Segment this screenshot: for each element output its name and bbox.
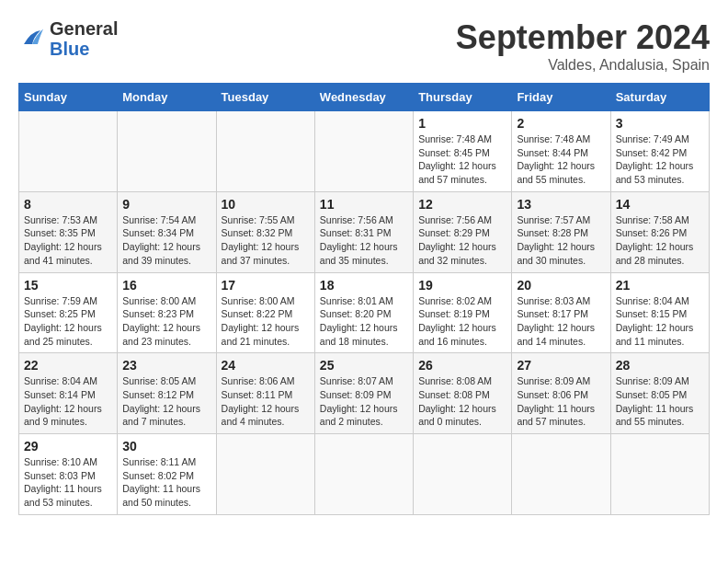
day-info: Sunrise: 7:48 AMSunset: 8:44 PMDaylight:… bbox=[517, 133, 595, 185]
day-info: Sunrise: 7:54 AMSunset: 8:34 PMDaylight:… bbox=[122, 214, 200, 266]
day-info: Sunrise: 8:00 AMSunset: 8:22 PMDaylight:… bbox=[222, 295, 300, 347]
day-info: Sunrise: 7:55 AMSunset: 8:32 PMDaylight:… bbox=[222, 214, 300, 266]
calendar-table: SundayMondayTuesdayWednesdayThursdayFrid… bbox=[18, 83, 710, 515]
day-info: Sunrise: 8:04 AMSunset: 8:14 PMDaylight:… bbox=[24, 375, 102, 427]
empty-cell bbox=[512, 434, 610, 515]
calendar-day-cell: 16 Sunrise: 8:00 AMSunset: 8:23 PMDaylig… bbox=[118, 272, 216, 353]
calendar-day-cell: 14 Sunrise: 7:58 AMSunset: 8:26 PMDaylig… bbox=[610, 191, 709, 272]
calendar-day-cell: 30 Sunrise: 8:11 AMSunset: 8:02 PMDaylig… bbox=[118, 434, 216, 515]
logo-icon bbox=[18, 25, 46, 52]
calendar-day-cell: 2 Sunrise: 7:48 AMSunset: 8:44 PMDayligh… bbox=[512, 111, 610, 192]
calendar-day-cell: 24 Sunrise: 8:06 AMSunset: 8:11 PMDaylig… bbox=[216, 353, 314, 434]
empty-cell bbox=[118, 111, 216, 192]
column-header-sunday: Sunday bbox=[19, 84, 118, 111]
empty-cell bbox=[19, 111, 118, 192]
day-number: 21 bbox=[616, 278, 704, 293]
calendar-day-cell: 17 Sunrise: 8:00 AMSunset: 8:22 PMDaylig… bbox=[216, 272, 314, 353]
day-info: Sunrise: 8:08 AMSunset: 8:08 PMDaylight:… bbox=[418, 375, 496, 427]
day-info: Sunrise: 8:05 AMSunset: 8:12 PMDaylight:… bbox=[122, 375, 200, 427]
day-info: Sunrise: 8:10 AMSunset: 8:03 PMDaylight:… bbox=[24, 456, 102, 508]
calendar-week-row: 29 Sunrise: 8:10 AMSunset: 8:03 PMDaylig… bbox=[19, 434, 710, 515]
day-number: 3 bbox=[616, 116, 704, 131]
day-number: 22 bbox=[24, 358, 112, 373]
month-title: September 2024 bbox=[456, 18, 710, 57]
day-info: Sunrise: 7:53 AMSunset: 8:35 PMDaylight:… bbox=[24, 214, 102, 266]
day-info: Sunrise: 8:01 AMSunset: 8:20 PMDaylight:… bbox=[320, 295, 398, 347]
logo: General Blue bbox=[18, 18, 118, 59]
column-header-tuesday: Tuesday bbox=[216, 84, 314, 111]
calendar-week-row: 22 Sunrise: 8:04 AMSunset: 8:14 PMDaylig… bbox=[19, 353, 710, 434]
day-info: Sunrise: 8:09 AMSunset: 8:05 PMDaylight:… bbox=[616, 375, 694, 427]
day-info: Sunrise: 8:03 AMSunset: 8:17 PMDaylight:… bbox=[517, 295, 595, 347]
day-number: 14 bbox=[616, 197, 704, 212]
day-number: 18 bbox=[320, 278, 408, 293]
calendar-day-cell: 20 Sunrise: 8:03 AMSunset: 8:17 PMDaylig… bbox=[512, 272, 610, 353]
calendar-header-row: SundayMondayTuesdayWednesdayThursdayFrid… bbox=[19, 84, 710, 111]
title-area: September 2024 Valdes, Andalusia, Spain bbox=[456, 18, 710, 74]
calendar-day-cell: 18 Sunrise: 8:01 AMSunset: 8:20 PMDaylig… bbox=[314, 272, 413, 353]
day-info: Sunrise: 8:02 AMSunset: 8:19 PMDaylight:… bbox=[418, 295, 496, 347]
day-number: 27 bbox=[517, 358, 605, 373]
calendar-week-row: 8 Sunrise: 7:53 AMSunset: 8:35 PMDayligh… bbox=[19, 191, 710, 272]
column-header-friday: Friday bbox=[512, 84, 610, 111]
logo-text: General Blue bbox=[50, 18, 118, 59]
day-info: Sunrise: 7:59 AMSunset: 8:25 PMDaylight:… bbox=[24, 295, 102, 347]
day-number: 23 bbox=[122, 358, 210, 373]
day-number: 2 bbox=[517, 116, 605, 131]
day-info: Sunrise: 7:48 AMSunset: 8:45 PMDaylight:… bbox=[418, 133, 496, 185]
day-number: 17 bbox=[222, 278, 310, 293]
calendar-week-row: 15 Sunrise: 7:59 AMSunset: 8:25 PMDaylig… bbox=[19, 272, 710, 353]
calendar-day-cell: 10 Sunrise: 7:55 AMSunset: 8:32 PMDaylig… bbox=[216, 191, 314, 272]
header: General Blue September 2024 Valdes, Anda… bbox=[18, 18, 710, 74]
day-number: 13 bbox=[517, 197, 605, 212]
calendar-day-cell: 11 Sunrise: 7:56 AMSunset: 8:31 PMDaylig… bbox=[314, 191, 413, 272]
day-number: 11 bbox=[320, 197, 408, 212]
calendar-day-cell: 29 Sunrise: 8:10 AMSunset: 8:03 PMDaylig… bbox=[19, 434, 118, 515]
day-info: Sunrise: 8:00 AMSunset: 8:23 PMDaylight:… bbox=[122, 295, 200, 347]
day-number: 19 bbox=[418, 278, 506, 293]
day-info: Sunrise: 7:56 AMSunset: 8:29 PMDaylight:… bbox=[418, 214, 496, 266]
calendar-day-cell: 9 Sunrise: 7:54 AMSunset: 8:34 PMDayligh… bbox=[118, 191, 216, 272]
calendar-day-cell: 8 Sunrise: 7:53 AMSunset: 8:35 PMDayligh… bbox=[19, 191, 118, 272]
day-number: 16 bbox=[122, 278, 210, 293]
calendar-day-cell: 22 Sunrise: 8:04 AMSunset: 8:14 PMDaylig… bbox=[19, 353, 118, 434]
calendar-day-cell: 15 Sunrise: 7:59 AMSunset: 8:25 PMDaylig… bbox=[19, 272, 118, 353]
empty-cell bbox=[216, 434, 314, 515]
calendar-day-cell: 12 Sunrise: 7:56 AMSunset: 8:29 PMDaylig… bbox=[414, 191, 512, 272]
day-info: Sunrise: 7:49 AMSunset: 8:42 PMDaylight:… bbox=[616, 133, 694, 185]
day-info: Sunrise: 8:04 AMSunset: 8:15 PMDaylight:… bbox=[616, 295, 694, 347]
calendar-day-cell: 19 Sunrise: 8:02 AMSunset: 8:19 PMDaylig… bbox=[414, 272, 512, 353]
day-info: Sunrise: 7:58 AMSunset: 8:26 PMDaylight:… bbox=[616, 214, 694, 266]
empty-cell bbox=[314, 434, 413, 515]
day-number: 26 bbox=[418, 358, 506, 373]
location-subtitle: Valdes, Andalusia, Spain bbox=[456, 57, 710, 74]
day-number: 12 bbox=[418, 197, 506, 212]
day-number: 9 bbox=[122, 197, 210, 212]
column-header-saturday: Saturday bbox=[610, 84, 709, 111]
calendar-day-cell: 23 Sunrise: 8:05 AMSunset: 8:12 PMDaylig… bbox=[118, 353, 216, 434]
day-number: 25 bbox=[320, 358, 408, 373]
calendar-day-cell: 25 Sunrise: 8:07 AMSunset: 8:09 PMDaylig… bbox=[314, 353, 413, 434]
calendar-day-cell: 28 Sunrise: 8:09 AMSunset: 8:05 PMDaylig… bbox=[610, 353, 709, 434]
day-number: 28 bbox=[616, 358, 704, 373]
calendar-day-cell: 1 Sunrise: 7:48 AMSunset: 8:45 PMDayligh… bbox=[414, 111, 512, 192]
calendar-day-cell: 3 Sunrise: 7:49 AMSunset: 8:42 PMDayligh… bbox=[610, 111, 709, 192]
day-number: 29 bbox=[24, 439, 112, 454]
column-header-monday: Monday bbox=[118, 84, 216, 111]
day-number: 8 bbox=[24, 197, 112, 212]
calendar-week-row: 1 Sunrise: 7:48 AMSunset: 8:45 PMDayligh… bbox=[19, 111, 710, 192]
column-header-thursday: Thursday bbox=[414, 84, 512, 111]
day-number: 10 bbox=[222, 197, 310, 212]
empty-cell bbox=[216, 111, 314, 192]
calendar-day-cell: 21 Sunrise: 8:04 AMSunset: 8:15 PMDaylig… bbox=[610, 272, 709, 353]
day-number: 24 bbox=[222, 358, 310, 373]
day-info: Sunrise: 8:06 AMSunset: 8:11 PMDaylight:… bbox=[222, 375, 300, 427]
calendar-day-cell: 27 Sunrise: 8:09 AMSunset: 8:06 PMDaylig… bbox=[512, 353, 610, 434]
calendar-day-cell: 26 Sunrise: 8:08 AMSunset: 8:08 PMDaylig… bbox=[414, 353, 512, 434]
calendar-day-cell: 13 Sunrise: 7:57 AMSunset: 8:28 PMDaylig… bbox=[512, 191, 610, 272]
day-info: Sunrise: 8:09 AMSunset: 8:06 PMDaylight:… bbox=[517, 375, 595, 427]
day-number: 1 bbox=[418, 116, 506, 131]
empty-cell bbox=[414, 434, 512, 515]
day-number: 20 bbox=[517, 278, 605, 293]
column-header-wednesday: Wednesday bbox=[314, 84, 413, 111]
